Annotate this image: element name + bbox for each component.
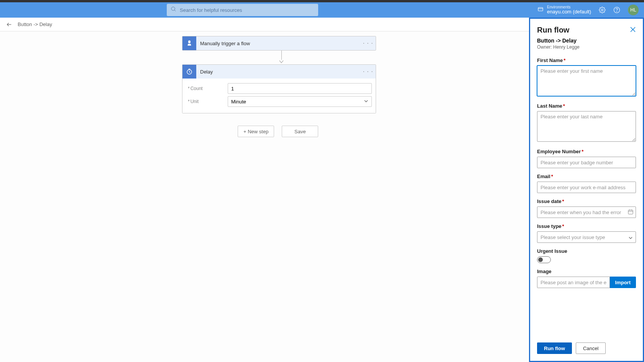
first-name-input[interactable] xyxy=(537,66,636,96)
issue-type-label: Issue type* xyxy=(537,223,636,229)
employee-number-label: Employee Number* xyxy=(537,149,636,154)
urgent-label: Urgent Issue xyxy=(537,248,636,254)
issue-date-input[interactable] xyxy=(537,206,636,218)
trigger-icon xyxy=(182,36,196,50)
save-button[interactable]: Save xyxy=(282,126,318,137)
search-input[interactable] xyxy=(180,7,314,13)
svg-point-4 xyxy=(601,9,603,11)
breadcrumb-title: Button -> Delay xyxy=(18,21,52,27)
issue-type-select[interactable]: Please select your issue type xyxy=(537,231,636,243)
environment-name: enayu.com (default) xyxy=(547,9,591,15)
trigger-menu[interactable]: · · · xyxy=(360,40,376,47)
settings-icon[interactable] xyxy=(599,7,606,13)
svg-point-0 xyxy=(171,7,175,10)
flow-connector xyxy=(278,51,284,64)
delay-card[interactable]: Delay · · · *Count *Unit Minute xyxy=(182,64,376,113)
svg-rect-2 xyxy=(538,7,543,11)
delay-menu[interactable]: · · · xyxy=(360,68,376,75)
image-label: Image xyxy=(537,269,636,274)
search-icon xyxy=(171,6,177,14)
environment-label: Environments xyxy=(547,5,591,9)
app-header: Environments enayu.com (default) HL xyxy=(0,2,644,18)
delay-title: Delay xyxy=(196,69,360,75)
last-name-input[interactable] xyxy=(537,111,636,142)
calendar-icon[interactable] xyxy=(628,209,634,216)
close-icon[interactable] xyxy=(630,26,636,34)
global-search[interactable] xyxy=(167,4,318,16)
run-flow-button[interactable]: Run flow xyxy=(537,342,572,354)
email-label: Email* xyxy=(537,174,636,179)
trigger-title: Manually trigger a flow xyxy=(196,41,360,46)
environment-icon xyxy=(537,6,544,14)
import-button[interactable]: Import xyxy=(610,277,636,288)
run-flow-panel: Run flow Button -> Delay Owner: Henry Le… xyxy=(529,18,644,362)
image-input[interactable] xyxy=(537,277,610,288)
help-icon[interactable] xyxy=(613,7,620,13)
unit-select[interactable]: Minute xyxy=(228,96,372,107)
user-avatar[interactable]: HL xyxy=(628,5,639,15)
issue-date-label: Issue date* xyxy=(537,198,636,204)
panel-title: Run flow xyxy=(537,26,569,34)
new-step-button[interactable]: + New step xyxy=(238,126,274,137)
panel-owner: Owner: Henry Legge xyxy=(537,44,636,50)
svg-line-1 xyxy=(174,10,176,11)
delay-icon xyxy=(182,65,196,79)
svg-point-6 xyxy=(617,11,617,11)
last-name-label: Last Name* xyxy=(537,103,636,109)
cancel-button[interactable]: Cancel xyxy=(576,342,606,354)
environment-picker[interactable]: Environments enayu.com (default) xyxy=(537,5,591,15)
email-input[interactable] xyxy=(537,182,636,193)
panel-subtitle: Button -> Delay xyxy=(537,38,636,44)
flow-canvas: Manually trigger a flow · · · Delay · · … xyxy=(0,31,529,362)
trigger-card[interactable]: Manually trigger a flow · · · xyxy=(182,36,376,51)
svg-rect-14 xyxy=(628,210,633,214)
first-name-label: First Name* xyxy=(537,57,636,63)
chevron-down-icon xyxy=(364,99,368,105)
count-label: *Count xyxy=(186,86,228,91)
unit-label: *Unit xyxy=(186,99,228,104)
back-button[interactable] xyxy=(6,21,12,28)
urgent-toggle[interactable] xyxy=(537,256,551,263)
count-input[interactable] xyxy=(228,83,372,94)
svg-line-10 xyxy=(189,72,190,73)
employee-number-input[interactable] xyxy=(537,157,636,168)
